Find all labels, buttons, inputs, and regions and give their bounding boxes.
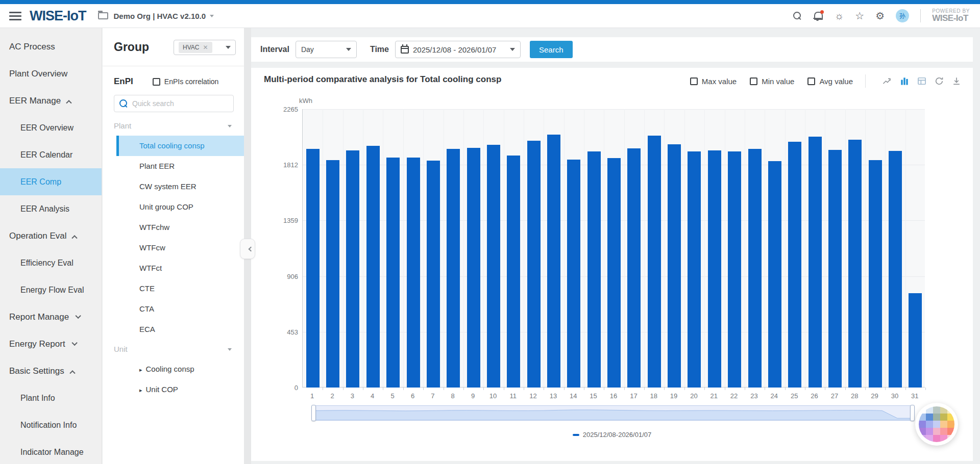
tree-expand-icon[interactable]: ▸ xyxy=(139,367,142,373)
notification-bell-icon[interactable] xyxy=(813,11,823,21)
bar-day-3[interactable] xyxy=(346,150,359,388)
download-icon[interactable] xyxy=(951,76,962,86)
bar-day-14[interactable] xyxy=(567,160,580,388)
sidebar-item-ac-process[interactable]: AC Process xyxy=(0,33,102,60)
sidebar-item-plant-info[interactable]: Plant Info xyxy=(0,384,102,411)
sidebar-item-eer-calendar[interactable]: EER Calendar xyxy=(0,141,102,168)
bar-day-26[interactable] xyxy=(808,137,822,388)
bar-day-18[interactable] xyxy=(648,136,661,388)
enpi-item-wtfchw[interactable]: WTFchw xyxy=(116,217,244,238)
data-zoom-slider[interactable] xyxy=(313,405,913,421)
checkbox-box-icon[interactable] xyxy=(750,78,757,85)
checkbox-min-value[interactable]: Min value xyxy=(750,77,794,86)
sidebar-item-basic-settings[interactable]: Basic Settings xyxy=(0,357,102,384)
bar-day-19[interactable] xyxy=(668,144,681,388)
bar-day-29[interactable] xyxy=(869,160,882,388)
enpi-item-cw-system-eer[interactable]: CW system EER xyxy=(116,176,244,197)
bar-day-16[interactable] xyxy=(607,158,621,388)
palette-widget-button[interactable] xyxy=(915,403,958,446)
bar-day-22[interactable] xyxy=(728,151,741,388)
enpi-item-cte[interactable]: CTE xyxy=(116,278,244,299)
bar-day-1[interactable] xyxy=(306,149,320,388)
bar-day-21[interactable] xyxy=(708,150,721,388)
sidebar-item-eer-overview[interactable]: EER Overview xyxy=(0,114,102,141)
enpi-item-wtfct[interactable]: WTFct xyxy=(116,258,244,278)
bar-day-10[interactable] xyxy=(487,145,500,388)
bar-day-23[interactable] xyxy=(748,149,762,388)
tree-expand-icon[interactable]: ▸ xyxy=(139,387,142,393)
enpi-item-wtfcw[interactable]: WTFcw xyxy=(116,238,244,258)
bar-day-20[interactable] xyxy=(688,151,701,388)
settings-gear-icon[interactable]: ⚙ xyxy=(875,11,885,21)
bar-day-25[interactable] xyxy=(788,142,801,388)
bar-day-27[interactable] xyxy=(828,150,842,388)
zoom-handle-left[interactable] xyxy=(311,405,316,421)
search-icon[interactable] xyxy=(793,12,802,20)
sidebar-item-plant-overview[interactable]: Plant Overview xyxy=(0,60,102,87)
user-avatar[interactable]: 孙 xyxy=(896,9,909,22)
interval-select[interactable]: Day xyxy=(296,41,357,58)
zoom-handle-right[interactable] xyxy=(910,405,915,421)
sidebar-item-notification-info[interactable]: Notification Info xyxy=(0,411,102,439)
sidebar-item-report-manage[interactable]: Report Manage xyxy=(0,303,102,330)
search-button[interactable]: Search xyxy=(530,41,573,58)
bar-day-24[interactable] xyxy=(768,161,781,388)
sidebar-item-efficiency-eval[interactable]: Efficiency Eval xyxy=(0,249,102,276)
checkbox-box-icon[interactable] xyxy=(690,78,698,85)
enpi-item-eca[interactable]: ECA xyxy=(116,319,244,340)
enpi-item-cta[interactable]: CTA xyxy=(116,299,244,319)
bar-day-15[interactable] xyxy=(587,151,601,388)
enpi-section-unit[interactable]: Unit xyxy=(103,340,244,359)
enpis-correlation-checkbox[interactable] xyxy=(153,78,160,86)
bar-day-17[interactable] xyxy=(627,148,641,388)
hamburger-menu-icon[interactable] xyxy=(9,12,21,20)
org-caret-icon[interactable] xyxy=(210,15,214,17)
sidebar-item-eer-comp[interactable]: EER Comp xyxy=(0,168,102,195)
sidebar-item-operation-eval[interactable]: Operation Eval xyxy=(0,222,102,249)
bar-day-2[interactable] xyxy=(326,160,339,388)
enpi-item-cooling-consp[interactable]: ▸Cooling consp xyxy=(116,359,244,379)
x-tick-label: 11 xyxy=(503,392,523,400)
enpi-item-unit-cop[interactable]: ▸Unit COP xyxy=(116,379,244,400)
enpi-item-unit-group-cop[interactable]: Unit group COP xyxy=(116,197,244,217)
group-select-caret-icon[interactable] xyxy=(226,46,231,49)
bar-day-13[interactable] xyxy=(547,135,560,388)
refresh-icon[interactable] xyxy=(934,76,944,86)
quick-search-box[interactable] xyxy=(114,95,234,112)
bar-day-31[interactable] xyxy=(909,293,922,388)
panel-collapse-button[interactable] xyxy=(240,239,255,259)
enpi-section-plant[interactable]: Plant xyxy=(103,116,244,136)
checkbox-avg-value[interactable]: Avg value xyxy=(807,77,853,86)
bar-day-6[interactable] xyxy=(407,158,420,388)
bar-day-12[interactable] xyxy=(527,141,541,388)
enpi-item-total-cooling-consp[interactable]: Total cooling consp xyxy=(116,136,244,156)
sidebar-item-energy-report[interactable]: Energy Report xyxy=(0,330,102,357)
bar-day-7[interactable] xyxy=(427,161,440,388)
tag-remove-icon[interactable]: ✕ xyxy=(203,44,208,51)
checkbox-box-icon[interactable] xyxy=(807,78,815,85)
time-range-picker[interactable]: 2025/12/08 - 2026/01/07 xyxy=(395,41,521,58)
data-table-icon[interactable] xyxy=(917,76,927,86)
favorites-star-icon[interactable]: ☆ xyxy=(855,11,864,21)
bar-day-5[interactable] xyxy=(386,158,400,388)
sidebar-item-energy-flow-eval[interactable]: Energy Flow Eval xyxy=(0,276,102,303)
line-chart-icon[interactable] xyxy=(882,76,892,86)
bar-day-11[interactable] xyxy=(507,156,520,388)
bar-day-8[interactable] xyxy=(447,149,460,388)
bar-day-28[interactable] xyxy=(848,140,862,388)
quick-search-input[interactable] xyxy=(132,99,219,108)
org-selector[interactable]: Demo Org | HVAC v2.10.0 xyxy=(113,12,206,20)
checkbox-max-value[interactable]: Max value xyxy=(690,77,737,86)
sidebar-item-eer-manage[interactable]: EER Manage xyxy=(0,87,102,114)
sidebar-item-eer-analysis[interactable]: EER Analysis xyxy=(0,195,102,222)
bar-day-9[interactable] xyxy=(467,148,480,388)
powered-by: POWERED BY WISE-IoT xyxy=(932,9,972,23)
enpi-item-plant-eer[interactable]: Plant EER xyxy=(116,156,244,176)
group-select[interactable]: HVAC ✕ xyxy=(174,40,236,55)
sidebar-item-indicator-manage[interactable]: Indicator Manage xyxy=(0,439,102,464)
bar-chart-icon[interactable] xyxy=(899,76,910,86)
bar-day-30[interactable] xyxy=(889,151,902,388)
brightness-icon[interactable]: ☼ xyxy=(835,11,844,21)
series-legend[interactable]: 2025/12/08-2026/01/07 xyxy=(251,431,973,439)
bar-day-4[interactable] xyxy=(366,146,380,388)
